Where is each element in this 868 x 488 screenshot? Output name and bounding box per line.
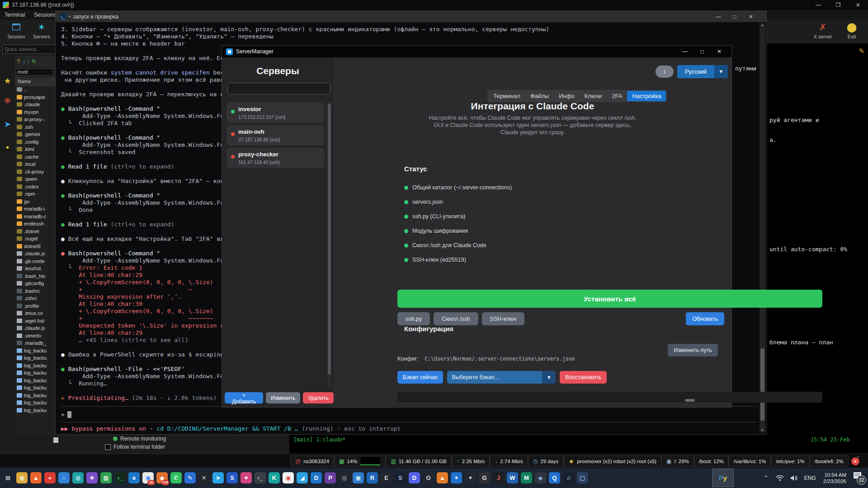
file-item[interactable]: log_backu (15, 384, 55, 392)
file-item[interactable]: dotnet9 (15, 243, 55, 250)
taskbar-item-browser-red[interactable]: ● (43, 469, 57, 487)
macro-icon[interactable]: ❋ (0, 96, 15, 106)
file-item[interactable]: .dotnet (15, 228, 55, 235)
wifi-icon[interactable] (776, 475, 784, 481)
backup-select[interactable]: Выберите бэкап... ▼ (447, 371, 556, 384)
file-item[interactable]: .gemini (15, 131, 55, 138)
maximize-icon[interactable]: ❐ (828, 0, 848, 10)
install-скилл-ssh-button[interactable]: Скилл /ssh (434, 312, 478, 325)
maximize-icon[interactable]: □ (726, 11, 743, 22)
taskbar-item-docker[interactable]: D (309, 469, 323, 487)
file-item[interactable]: log_backu (15, 392, 55, 399)
server-item-investor[interactable]: investor173.212.212.157 [ssh] (226, 103, 324, 123)
file-item[interactable]: .codex (15, 183, 55, 191)
add-server-button[interactable]: + Добавить (225, 392, 263, 404)
install-ssh-ключ-button[interactable]: SSH-ключ (482, 312, 524, 325)
taskbar-item-vlc[interactable]: ▲ (435, 469, 449, 487)
speaker-icon[interactable] (790, 475, 798, 481)
file-item[interactable]: log_backu (15, 407, 55, 414)
taskbar-item-discord[interactable]: D (407, 469, 421, 487)
tab-2FA[interactable]: 2FA (607, 91, 627, 101)
file-item[interactable]: .cli-proxy (15, 168, 55, 176)
close-monitoring-icon[interactable]: ✕ (851, 457, 859, 465)
info-button[interactable]: i (656, 66, 674, 78)
taskbar-item-edge[interactable]: e (127, 469, 141, 487)
taskbar-item-app-x[interactable]: ✕ (197, 469, 211, 487)
file-item[interactable]: .claude.js (15, 324, 55, 332)
taskbar-item-media-player[interactable]: ♫ (561, 469, 576, 487)
upload-icon[interactable]: ↑ (27, 58, 30, 65)
taskbar-item-app-w[interactable]: W (505, 469, 519, 487)
file-item[interactable]: .gitconfig (15, 280, 55, 287)
taskbar-item-app-p[interactable]: P (323, 469, 337, 487)
toolbar-session-button[interactable]: 🗔 Session (4, 21, 29, 39)
taskbar-item-app-cam[interactable]: ◎ (337, 469, 351, 487)
taskbar-item-app-teal[interactable]: ◍ (71, 469, 85, 487)
taskbar-item-terminal-green[interactable]: ›_ (113, 469, 127, 487)
tab-Терминал[interactable]: Терминал (488, 91, 525, 101)
file-item[interactable]: .claude.js (15, 250, 55, 258)
minimize-icon[interactable]: — (710, 11, 726, 22)
notification-center-button[interactable]: 32 (853, 471, 866, 485)
file-item[interactable]: mariadb-i (15, 205, 55, 213)
tab-Настройка[interactable]: Настройка (627, 91, 666, 101)
refresh-button[interactable]: Обновить (686, 312, 724, 325)
taskbar-item-gitkraken[interactable]: K (267, 469, 281, 487)
tab-Файлы[interactable]: Файлы (525, 91, 554, 101)
taskbar-item-github[interactable]: G (477, 469, 491, 487)
telegram-icon[interactable]: ➤ (0, 119, 15, 129)
minimize-icon[interactable]: — (808, 0, 828, 10)
file-item[interactable]: .qwen (15, 175, 55, 183)
install-all-button[interactable]: Установить всё (397, 290, 822, 308)
scrollbar-thumb[interactable] (328, 103, 331, 375)
horizontal-scrollbar-thumb[interactable] (685, 399, 695, 402)
taskbar-item-app-last[interactable]: ▢ (576, 469, 590, 487)
taskbar-item-start[interactable]: ⊞ (1, 469, 15, 487)
toolbar-exit-button[interactable]: ⬤ Exit (839, 21, 864, 39)
terminal-scrollbar[interactable]: ▲ ▼ (760, 23, 765, 432)
install-ssh.py-button[interactable]: ssh.py (397, 312, 430, 325)
file-item[interactable]: log_backu (15, 377, 55, 385)
taskbar-item-notes[interactable]: ✎ (183, 469, 197, 487)
taskbar-item-app-m[interactable]: M (519, 469, 533, 487)
taskbar-item-telegram[interactable]: ➤ (211, 469, 225, 487)
file-item[interactable]: log_backu (15, 399, 55, 407)
file-item[interactable]: log_backu (15, 354, 55, 362)
file-item[interactable]: .viminfo (15, 332, 55, 340)
file-item[interactable]: .claude (15, 101, 55, 108)
language-dropdown[interactable]: Русский ▼ (677, 65, 728, 78)
restore-button[interactable]: Восстановить (560, 371, 607, 384)
path-input[interactable] (16, 68, 54, 76)
file-item[interactable]: proxyapis (15, 94, 55, 101)
file-item[interactable]: .npm (15, 190, 55, 198)
terminal-titlebar[interactable]: ›_ • запуск и проверка — □ ✕ (56, 11, 766, 22)
file-item[interactable]: .config (15, 138, 55, 146)
scrollbar-thumb[interactable] (760, 348, 764, 421)
file-item[interactable]: log_backu (15, 362, 55, 370)
file-item[interactable]: .cache (15, 153, 55, 161)
claude-input-box[interactable]: > (61, 406, 757, 422)
taskbar-item-app-orange-badged[interactable]: ◆715 (155, 469, 169, 487)
scroll-down-icon[interactable]: ▼ (760, 428, 765, 432)
taskbar-item-app-star[interactable]: ✶ (449, 469, 463, 487)
file-item[interactable]: .nuget (15, 235, 55, 243)
file-item[interactable]: .tmux.co (15, 310, 55, 317)
taskbar-item-quick-assist[interactable]: Q (547, 469, 561, 487)
taskbar-item-app-green[interactable]: ▦ (99, 469, 113, 487)
taskbar-item-python[interactable]: Py (712, 469, 734, 487)
taskbar-item-brave[interactable]: ▲ (29, 469, 43, 487)
taskbar-item-jetbrains[interactable]: J (491, 469, 505, 487)
taskbar-item-obs[interactable]: O (421, 469, 435, 487)
taskbar-item-steam[interactable]: S (393, 469, 407, 487)
collapse-chevron-icon[interactable]: ⌄ (856, 454, 860, 458)
file-item[interactable]: ai-proxy-- (15, 116, 55, 123)
file-item[interactable]: .profile (15, 302, 55, 310)
close-icon[interactable]: ✕ (848, 0, 868, 10)
tray-clock[interactable]: 10:54 AM 2/23/2026 (823, 472, 846, 484)
edit-pencil-icon[interactable]: ✎ (859, 47, 864, 55)
servermanager-titlebar[interactable]: ServerManager — □ ✕ (222, 46, 731, 57)
maximize-icon[interactable]: □ (693, 46, 711, 57)
file-item[interactable]: .git-crede (15, 258, 55, 265)
taskbar-item-folder-blue[interactable]: ▣ (351, 469, 365, 487)
taskbar-item-app-e[interactable]: E (379, 469, 393, 487)
